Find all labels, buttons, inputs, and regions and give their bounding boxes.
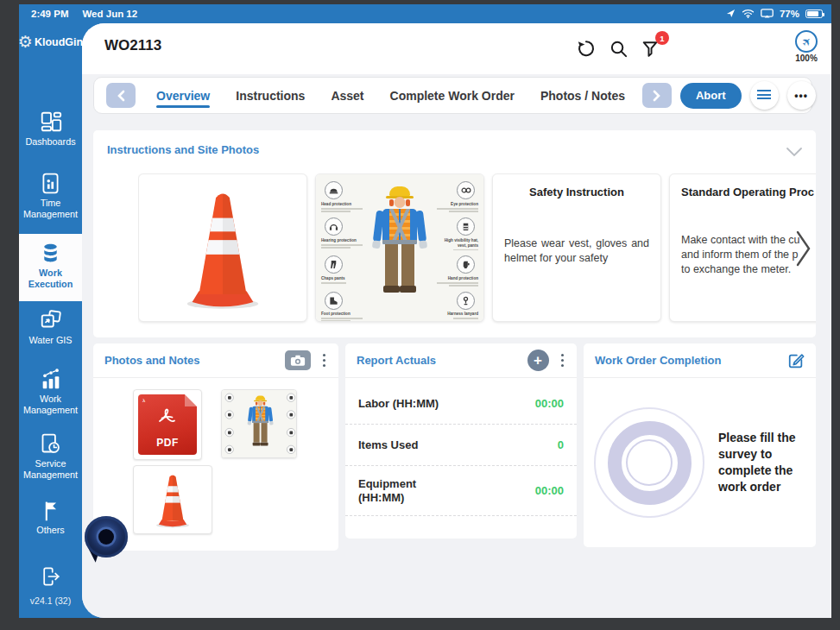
tabs-scroll-left-button[interactable]	[106, 83, 136, 108]
status-date: Wed Jun 12	[82, 9, 137, 19]
brand-logo: ⚙ KloudGin	[19, 34, 82, 50]
helmet-icon	[325, 181, 343, 199]
content-panel: WO2113 1 ✈ 100%	[82, 23, 831, 618]
ppe-label: Head protection	[321, 202, 363, 212]
tab-asset[interactable]: Asset	[331, 78, 363, 113]
more-actions-button[interactable]: •••	[787, 81, 816, 110]
device-frame: 2:49 PM Wed Jun 12 77% ⚙ KloudGin	[0, 0, 840, 630]
sync-plane-icon: ✈	[795, 30, 818, 53]
sidebar-item-others[interactable]: Others	[19, 500, 82, 536]
actuals-value: 00:00	[535, 397, 564, 410]
ppe-infographic: Head protection Hearing protection Chaps…	[316, 174, 483, 321]
search-button[interactable]	[606, 36, 630, 60]
water-gis-icon	[39, 308, 63, 332]
pdf-label: PDF	[138, 437, 197, 449]
battery-percent: 77%	[780, 9, 799, 19]
pdf-attachment-thumbnail[interactable]: λ PDF	[133, 389, 202, 460]
site-photo-ppe-infographic[interactable]: Head protection Hearing protection Chaps…	[315, 173, 484, 322]
cards-row: Photos and Notes	[93, 343, 816, 551]
sync-status-button[interactable]: ✈ 100%	[795, 30, 818, 63]
collapse-chevron-icon[interactable]	[786, 144, 802, 160]
tab-instructions[interactable]: Instructions	[236, 78, 305, 113]
sidebar-item-work-management[interactable]: Work Management	[19, 367, 82, 416]
cone-photo-thumbnail[interactable]	[133, 465, 212, 534]
others-flag-icon	[40, 500, 62, 522]
tab-photos-notes[interactable]: Photos / Notes	[540, 78, 625, 113]
list-lines-icon	[757, 90, 771, 101]
chaps-pants-icon	[325, 255, 343, 274]
sidebar-item-label: Work Execution	[19, 268, 82, 290]
sidebar-item-service-management[interactable]: Service Management	[19, 432, 82, 481]
battery-icon	[805, 9, 823, 18]
instructions-section: Instructions and Site Photos	[93, 130, 816, 337]
goggles-icon	[457, 181, 475, 199]
photos-notes-title: Photos and Notes	[104, 354, 275, 367]
photos-notes-body: λ PDF	[93, 378, 338, 551]
work-order-title: WO2113	[104, 37, 161, 54]
tab-complete-work-order[interactable]: Complete Work Order	[390, 78, 515, 113]
ppe-label: Eye protection	[437, 202, 478, 212]
sidebar-item-dashboards[interactable]: Dashboards	[19, 110, 82, 148]
sidebar-item-label: Water GIS	[28, 335, 74, 346]
ppe-label: Hearing protection	[321, 238, 363, 249]
harness-lanyard-icon	[457, 292, 475, 310]
pdf-icon: λ PDF	[138, 394, 197, 455]
photos-notes-card: Photos and Notes	[93, 343, 338, 551]
tabs-scroll-right-button[interactable]	[642, 83, 672, 108]
hi-vis-vest-icon	[457, 217, 475, 236]
camera-button[interactable]	[285, 350, 311, 370]
status-time: 2:49 PM	[31, 9, 68, 19]
app-version: v24.1 (32)	[19, 595, 82, 606]
ppe-worker-figure	[369, 186, 430, 316]
completion-message: Please fill the survey to complete the w…	[718, 430, 811, 495]
report-actuals-menu-button[interactable]	[559, 352, 566, 369]
ppe-label: Harness lanyard	[437, 312, 478, 319]
refresh-button[interactable]	[574, 36, 598, 60]
survey-progress-donut	[594, 407, 704, 518]
report-actuals-body: Labor (HH:MM) 00:00 Items Used 0 Equipme…	[345, 378, 577, 516]
sop-card[interactable]: Standard Operating Proc Make contact wit…	[669, 173, 816, 322]
edit-survey-button[interactable]	[787, 352, 805, 369]
brand-name: KloudGin	[35, 36, 83, 48]
sidebar: ⚙ KloudGin Dashboards Time Management Wo…	[19, 23, 82, 618]
app-root: ⚙ KloudGin Dashboards Time Management Wo…	[19, 23, 831, 618]
actuals-row-labor[interactable]: Labor (HH:MM) 00:00	[345, 383, 577, 425]
completion-body: Please fill the survey to complete the w…	[584, 378, 816, 547]
screen-mirroring-icon	[761, 9, 774, 20]
glove-icon	[457, 255, 475, 274]
ear-protection-icon	[325, 217, 343, 236]
list-view-button[interactable]	[750, 81, 779, 110]
photos-notes-menu-button[interactable]	[321, 352, 328, 369]
work-order-header: WO2113 1 ✈ 100%	[82, 23, 831, 74]
actuals-label: Items Used	[358, 438, 471, 452]
add-actuals-button[interactable]: +	[527, 350, 549, 371]
sidebar-item-work-execution[interactable]: Work Execution	[19, 234, 82, 301]
carousel-next-chevron[interactable]	[796, 230, 811, 270]
instructions-section-title: Instructions and Site Photos	[107, 143, 259, 156]
actuals-row-items[interactable]: Items Used 0	[345, 425, 577, 466]
sidebar-item-label: Work Management	[19, 394, 82, 416]
logout-button[interactable]	[19, 565, 82, 588]
work-management-icon	[39, 367, 63, 391]
filter-button[interactable]: 1	[638, 36, 662, 60]
ellipsis-icon: •••	[794, 91, 808, 100]
safety-instruction-card[interactable]: Safety Instruction Please wear vest, glo…	[492, 173, 661, 322]
sidebar-item-time-management[interactable]: Time Management	[19, 172, 82, 220]
actuals-value: 00:00	[535, 484, 564, 497]
tab-overview[interactable]: Overview	[156, 78, 210, 113]
sidebar-item-label: Time Management	[19, 198, 82, 220]
sidebar-item-label: Service Management	[19, 458, 82, 481]
tab-bar: Overview Instructions Asset Complete Wor…	[93, 77, 812, 114]
site-photo-cone[interactable]	[138, 173, 307, 322]
site-photos-carousel: Head protection Hearing protection Chaps…	[138, 173, 816, 325]
tablet-screen: 2:49 PM Wed Jun 12 77% ⚙ KloudGin	[19, 4, 831, 618]
ppe-photo-thumbnail[interactable]	[221, 389, 297, 458]
recording-watermark-logo	[85, 516, 128, 558]
abort-button[interactable]: Abort	[680, 83, 742, 109]
page-body: Overview Instructions Asset Complete Wor…	[82, 74, 831, 618]
work-execution-icon	[39, 242, 62, 265]
actuals-row-equipment[interactable]: Equipment (HH:MM) 00:00	[345, 466, 577, 516]
note-body: Please wear vest, gloves and helmet for …	[504, 236, 649, 266]
sidebar-item-water-gis[interactable]: Water GIS	[19, 308, 82, 346]
filter-badge: 1	[655, 31, 669, 45]
